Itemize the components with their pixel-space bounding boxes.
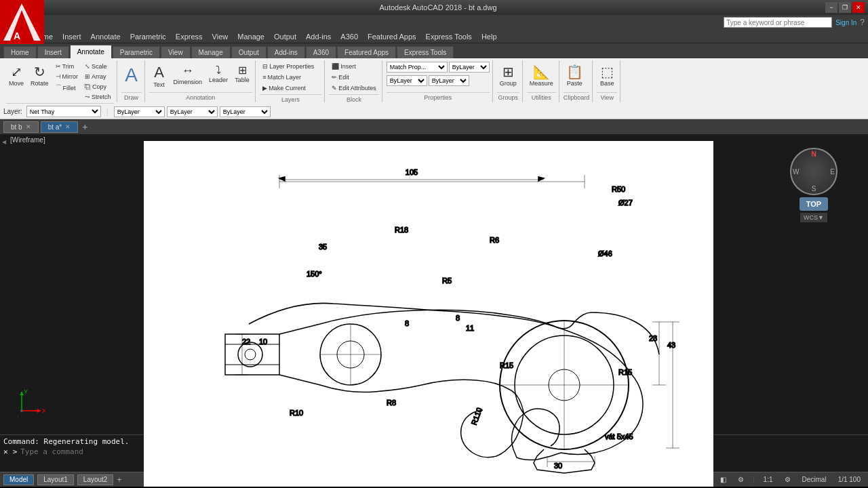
svg-text:Ø27: Ø27 [618,199,633,207]
ribbon-section-layers: ⊟ Layer Properties ≡ Match Layer ▶ Make … [257,60,325,102]
tab-express-tools[interactable]: Express Tools [397,46,454,58]
linetype-select[interactable]: ByLayer [167,106,218,117]
sidebar-icon-1[interactable]: ◀ [2,139,6,145]
tab-home[interactable]: Home [3,46,37,58]
ribbon-btn-rotate[interactable]: ↻ Rotate [28,62,52,89]
annotscale-btn[interactable]: 1:1 [760,474,777,485]
tab-annotate[interactable]: Annotate [70,45,112,58]
ribbon-btn-copy[interactable]: ⿻ Copy [82,82,114,92]
ribbon-btn-array[interactable]: ⊞ Array [82,72,114,81]
status-tab-layout1[interactable]: Layout1 [37,474,74,485]
leader-icon: ⤵ [216,64,221,77]
paste-icon: 📋 [566,64,583,80]
tab-a360[interactable]: A360 [306,46,336,58]
ribbon-btn-measure[interactable]: 📐 Measure [527,62,556,89]
view-mode-button[interactable]: WCS▼ [800,213,827,222]
text-icon: A [154,64,164,81]
nav-cube[interactable]: N S E W TOP WCS▼ [787,148,841,229]
menu-output[interactable]: Output [269,31,301,42]
ribbon-btn-leader[interactable]: ⤵ Leader [206,62,231,85]
search-input[interactable] [724,17,832,28]
units-display[interactable]: Decimal [798,474,831,485]
right-panel [854,134,868,434]
ribbon-btn-mirror[interactable]: ⊣ Mirror [53,72,81,81]
ribbon-btn-text[interactable]: A Text [149,62,170,90]
restore-button[interactable]: ❐ [839,2,851,13]
svg-text:150°: 150° [307,270,322,278]
ribbon-btn-move[interactable]: ⤢ Move [6,62,26,89]
lineweight-select[interactable]: ByLayer [220,106,271,117]
tab-parametric[interactable]: Parametric [113,46,160,58]
svg-text:35: 35 [319,243,327,251]
viewport-area: [Wireframe] [8,134,854,434]
menu-insert[interactable]: Insert [58,31,86,42]
tab-bt-b[interactable]: bt b ✕ [3,121,39,133]
ribbon-btn-trim[interactable]: ✂ Trim [53,62,81,71]
bylayer-select1[interactable]: ByLayer [449,62,490,73]
help-icon[interactable]: ? [860,18,865,27]
ribbon-btn-match-layer[interactable]: ≡ Match Layer [260,73,304,82]
menu-view[interactable]: View [208,31,233,42]
layer-dropdown[interactable]: Net Thay [26,106,101,117]
ribbon-btn-table[interactable]: ⊞ Table [232,62,252,85]
document-tabs: bt b ✕ bt a* ✕ + [0,119,868,134]
svg-text:X: X [42,407,45,414]
menu-manage[interactable]: Manage [233,31,269,42]
ribbon-section-view: ⬚ Base View [594,60,620,102]
svg-text:Ø46: Ø46 [598,249,612,258]
menu-express[interactable]: Express [171,31,208,42]
ribbon-btn-layer-props[interactable]: ⊟ Layer Properties [260,62,317,71]
color-select[interactable]: ByLayer [114,106,165,117]
tab-output[interactable]: Output [231,46,267,58]
ribbon-btn-dimension[interactable]: ↔ Dimension [171,62,205,87]
qprops-btn[interactable]: ⚙ [734,474,748,485]
bylayer-select2[interactable]: ByLayer [387,75,427,86]
tab-addins[interactable]: Add-ins [267,46,305,58]
layer-props-label: Layer: [3,108,22,115]
svg-text:105: 105 [406,168,418,176]
svg-point-66 [20,409,23,412]
ribbon-btn-edit[interactable]: ✏ Edit [329,73,352,82]
ribbon-btn-paste[interactable]: 📋 Paste [564,62,586,89]
tab-close-bt-a[interactable]: ✕ [65,123,71,130]
transparency-btn[interactable]: ◧ [716,474,730,485]
ribbon-btn-make-current[interactable]: ▶ Make Current [260,83,309,93]
bylayer-select3[interactable]: ByLayer [429,75,469,86]
tab-manage[interactable]: Manage [191,46,231,58]
ribbon-btn-base[interactable]: ⬚ Base [597,62,617,89]
tab-add-button[interactable]: + [82,121,87,132]
tab-express-apps[interactable]: Featured Apps [337,46,396,58]
close-button[interactable]: ✕ [852,2,865,13]
tab-close-bt-b[interactable]: ✕ [26,123,31,130]
layer-properties-toolbar: Layer: Net Thay | ByLayer ByLayer ByLaye… [0,104,868,119]
menu-featured[interactable]: Featured Apps [363,31,421,42]
minimize-button[interactable]: − [825,2,837,13]
ribbon-btn-fillet[interactable]: ⌒ Fillet [53,82,81,94]
ribbon-btn-draw[interactable]: A [121,62,142,89]
view-top-button[interactable]: TOP [800,197,828,211]
ribbon-btn-stretch[interactable]: ⤳ Stretch [82,92,114,102]
svg-text:vát 5x45: vát 5x45 [605,432,633,441]
menu-annotate[interactable]: Annotate [86,31,125,42]
ribbon-section-annotation: A Text ↔ Dimension ⤵ Leader ⊞ Table Anno… [146,60,256,102]
ribbon-btn-insert[interactable]: ⬛ Insert [329,62,359,71]
ribbon-btn-scale[interactable]: ⤡ Scale [82,62,114,71]
menu-a360[interactable]: A360 [336,31,363,42]
menu-addins[interactable]: Add-ins [301,31,336,42]
drawing-canvas[interactable]: 105 R50 Ø27 35 R18 R6 150° [144,141,713,487]
ribbon-btn-edit-attr[interactable]: ✎ Edit Attributes [329,83,379,93]
workspace-btn[interactable]: ⚙ [781,474,795,485]
sign-in-link[interactable]: Sign In [835,19,856,26]
tab-bt-a[interactable]: bt a* ✕ [41,121,79,133]
menu-parametric[interactable]: Parametric [125,31,171,42]
svg-text:R18: R18 [395,226,408,234]
status-tab-model[interactable]: Model [3,474,34,485]
tab-view[interactable]: View [161,46,191,58]
add-layout-button[interactable]: + [117,475,121,485]
menu-express-tools[interactable]: Express Tools [421,31,477,42]
ribbon-btn-group[interactable]: ⊞ Group [497,62,519,89]
status-tab-layout2[interactable]: Layout2 [77,474,114,485]
tab-insert[interactable]: Insert [37,46,69,58]
match-btn-select[interactable]: Match Prop... [387,62,448,73]
menu-help[interactable]: Help [477,31,502,42]
